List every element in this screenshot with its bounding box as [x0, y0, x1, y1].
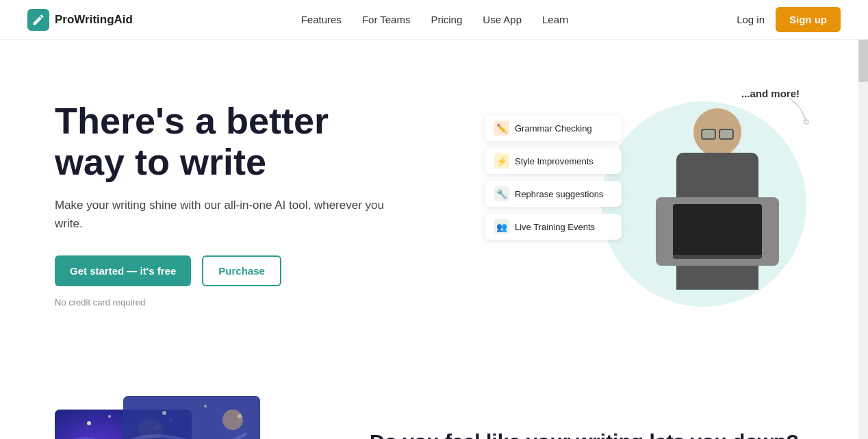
pill-live: 👥 Live Training Events: [485, 214, 622, 240]
logo-svg: [31, 13, 45, 27]
pill-grammar: ✏️ Grammar Checking: [485, 115, 622, 141]
scrollbar[interactable]: [858, 0, 868, 439]
nav-pricing[interactable]: Pricing: [431, 14, 462, 25]
nav-for-teams[interactable]: For Teams: [362, 14, 411, 25]
nav-features[interactable]: Features: [301, 14, 342, 25]
hero-left: There's a better way to write Make your …: [55, 101, 411, 307]
rephrase-icon: 🔧: [494, 186, 509, 201]
feature-pills: ✏️ Grammar Checking ⚡ Style Improvements…: [485, 115, 622, 240]
overlay-pattern: [123, 396, 260, 439]
no-credit-card-text: No credit card required: [55, 297, 411, 308]
nav-actions: Log in Sign up: [737, 7, 841, 32]
pill-rephrase: 🔧 Rephrase suggestions: [485, 181, 622, 207]
logo-icon: [27, 9, 49, 31]
section2-images: My idea in my head: [55, 396, 315, 439]
svg-point-12: [222, 410, 243, 430]
hero-title: There's a better way to write: [55, 101, 411, 182]
pill-style: ⚡ Style Improvements: [485, 148, 622, 174]
logo-text: ProWritingAid: [55, 13, 133, 27]
login-link[interactable]: Log in: [737, 14, 765, 25]
purchase-button[interactable]: Purchase: [202, 255, 281, 286]
image-overlay: [123, 396, 260, 439]
grammar-icon: ✏️: [494, 121, 509, 136]
nav-learn[interactable]: Learn: [542, 14, 568, 25]
svg-point-9: [162, 411, 166, 415]
hero-subtitle: Make your writing shine with our all-in-…: [55, 196, 411, 233]
style-icon: ⚡: [494, 153, 509, 168]
section2: My idea in my head Do you feel like your…: [0, 355, 868, 439]
live-icon: 👥: [494, 219, 509, 234]
svg-point-2: [87, 421, 91, 425]
person-illustration: [649, 108, 786, 327]
nav-links: Features For Teams Pricing Use App Learn: [301, 14, 569, 25]
nav-use-app[interactable]: Use App: [483, 14, 522, 25]
hero-right: ...and more! + ✏️ Grammar Checking ⚡ Sty…: [485, 81, 813, 327]
get-started-button[interactable]: Get started — it's free: [55, 255, 191, 286]
svg-point-3: [108, 415, 111, 418]
signup-button[interactable]: Sign up: [776, 7, 841, 32]
hero-section: There's a better way to write Make your …: [0, 40, 868, 355]
hero-buttons: Get started — it's free Purchase: [55, 255, 411, 286]
logo-link[interactable]: ProWritingAid: [27, 9, 133, 31]
svg-point-10: [204, 405, 207, 407]
section2-content: Do you feel like your writing lets you d…: [370, 429, 813, 440]
section2-title: Do you feel like your writing lets you d…: [370, 429, 813, 440]
navbar: ProWritingAid Features For Teams Pricing…: [0, 0, 868, 40]
